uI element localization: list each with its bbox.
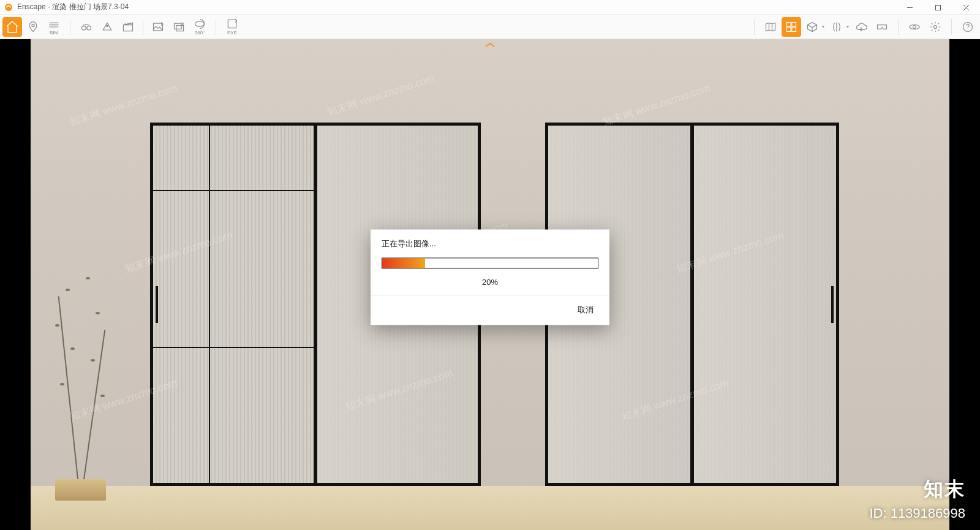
svg-rect-1 [935,5,940,10]
view-cone-icon[interactable] [97,17,117,37]
watermark-text: 知末网 www.znzmo.com [68,81,179,129]
toolbar-group-export: 360° EXE [148,17,242,37]
svg-point-17 [934,25,937,28]
render-viewport[interactable]: 知末网 www.znzmo.com 知末网 www.znzmo.com 知末网 … [0,39,980,530]
toolbar-separator [898,19,899,35]
svg-rect-8 [175,23,182,29]
svg-point-2 [32,24,34,26]
toolbar-group-right: ▾ ▾ [749,17,978,37]
svg-point-3 [82,26,86,30]
vr-headset-icon[interactable] [872,17,892,37]
site-brand-watermark: 知末 [924,476,965,503]
site-id-watermark: ID: 1139186998 [869,505,965,521]
toolbar-separator [754,19,755,35]
toolbar-separator [70,19,70,35]
window-minimize-button[interactable] [895,0,924,15]
toolbar-separator [951,19,952,35]
clapper-icon[interactable] [118,17,138,37]
dropdown-caret-icon[interactable]: ▾ [846,24,849,29]
mirror-columns-icon[interactable] [827,17,846,37]
progress-bar [382,257,598,268]
export-batch-icon[interactable] [169,17,189,37]
svg-rect-9 [176,25,184,31]
scene-floor [31,486,950,530]
window-maximize-button[interactable] [924,0,952,15]
svg-rect-7 [154,23,163,31]
gear-icon[interactable] [925,17,945,37]
window-title: Enscape - 渲染 推拉门 场景7.3-04 [17,2,129,12]
map-icon[interactable] [761,17,780,37]
svg-rect-12 [787,22,791,26]
svg-point-0 [5,4,12,11]
svg-point-10 [195,21,205,26]
watermark-text: 知末网 www.znzmo.com [601,81,712,129]
scene-plant [35,265,136,500]
watermark-text: 知末网 www.znzmo.com [325,71,436,119]
cancel-button[interactable]: 取消 [573,301,598,317]
svg-point-5 [107,25,108,27]
dialog-title: 正在导出图像... [371,229,609,255]
cube-icon[interactable] [802,17,822,37]
location-pin-icon[interactable] [23,17,43,37]
svg-rect-13 [792,22,796,26]
svg-rect-14 [787,27,791,31]
export-360-icon[interactable]: 360° [190,17,209,37]
progress-percent: 20% [371,273,609,295]
svg-point-4 [87,26,91,30]
toolbar: BIM 360° EXE ▾ ▾ [0,15,980,39]
cloud-share-icon[interactable] [851,17,871,37]
titlebar: Enscape - 渲染 推拉门 场景7.3-04 [0,0,980,15]
progress-bar-fill [382,258,425,268]
toolbar-separator [216,19,216,35]
svg-point-16 [913,25,916,28]
asset-library-icon[interactable] [782,17,801,37]
svg-rect-6 [124,25,133,31]
export-image-icon[interactable] [148,17,168,37]
export-exe-icon[interactable]: EXE [222,17,242,37]
app-logo-icon [4,2,13,12]
window-close-button[interactable] [952,0,980,15]
bim-icon[interactable]: BIM [44,17,64,37]
svg-rect-11 [228,20,236,28]
home-icon[interactable] [2,17,22,37]
dropdown-caret-icon[interactable]: ▾ [822,24,824,29]
toolbar-group-nav: BIM [2,17,138,37]
help-icon[interactable] [958,17,978,37]
visibility-icon[interactable] [905,17,924,37]
export-progress-dialog: 正在导出图像... 20% 取消 [371,229,609,325]
toolbar-separator [143,19,143,35]
binoculars-icon[interactable] [77,17,96,37]
svg-rect-15 [792,27,796,31]
viewport-pulldown-handle[interactable] [480,39,500,51]
